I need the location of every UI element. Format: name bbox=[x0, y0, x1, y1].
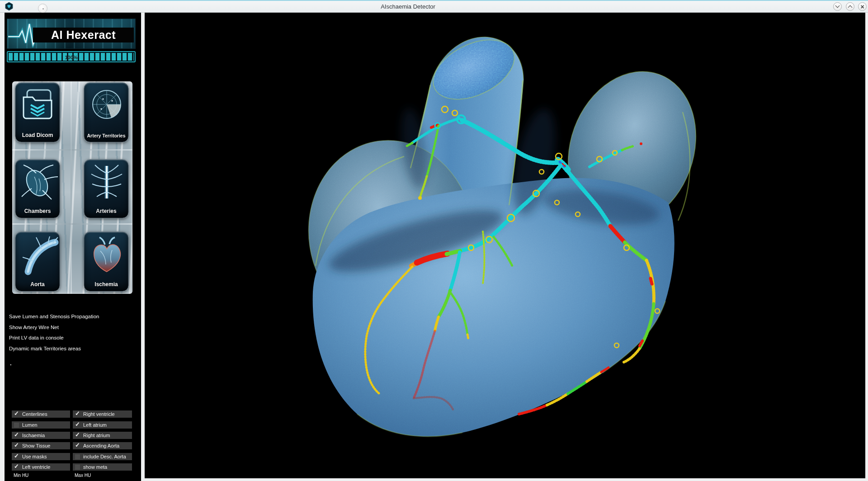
min-hu-label: Min HU bbox=[14, 473, 28, 478]
checkbox-box: ✓ bbox=[14, 412, 19, 417]
checkbox-box: ✓ bbox=[75, 423, 80, 428]
checkbox-label: Right atrium bbox=[83, 433, 110, 438]
titlebar-menu-button[interactable] bbox=[38, 4, 47, 13]
cross-icon: × bbox=[860, 4, 864, 10]
aorta-button[interactable]: Aorta bbox=[15, 231, 60, 292]
load-dicom-button[interactable]: Load Dicom bbox=[15, 82, 60, 142]
sidebar: AI Hexeract 100% Load Dicom bbox=[5, 13, 141, 481]
logo-text: AI Hexeract bbox=[51, 28, 116, 42]
app-window: AIschaemia Detector × AI Hexeract 100% bbox=[0, 0, 868, 481]
window-title: AIschaemia Detector bbox=[344, 1, 472, 13]
checkbox-label: Left ventricle bbox=[22, 464, 50, 470]
check-icon: ✓ bbox=[75, 410, 80, 417]
progress-value: 100% bbox=[8, 53, 135, 62]
maximize-button[interactable] bbox=[846, 2, 854, 11]
progress-bar: 100% bbox=[7, 51, 136, 62]
tile-label: Ischemia bbox=[84, 281, 128, 288]
link-show-artery-wire-net[interactable]: Show Artery Wire Net bbox=[9, 325, 59, 330]
artery-territories-icon bbox=[85, 84, 128, 129]
checkbox-ascending-aorta[interactable]: ✓ Ascending Aorta bbox=[73, 442, 132, 449]
panel-seam bbox=[71, 81, 72, 294]
check-icon: ✓ bbox=[14, 410, 19, 417]
checkbox-label: Left atrium bbox=[83, 422, 107, 428]
chambers-icon bbox=[16, 160, 60, 205]
app-icon bbox=[5, 2, 14, 11]
checkbox-label: Ischaemia bbox=[22, 433, 45, 438]
arteries-button[interactable]: Arteries bbox=[84, 159, 129, 218]
checkbox-box bbox=[75, 454, 80, 459]
tile-label: Artery Territories bbox=[84, 133, 128, 138]
heart-volume bbox=[297, 28, 717, 447]
panel-seam bbox=[12, 223, 132, 225]
check-icon: ✓ bbox=[14, 442, 19, 448]
chevron-up-icon bbox=[848, 5, 853, 10]
tile-label: Arteries bbox=[84, 208, 128, 214]
checkbox-label: Use masks bbox=[22, 454, 47, 459]
checkbox-left-atrium[interactable]: ✓ Left atrium bbox=[73, 421, 132, 429]
check-icon: ✓ bbox=[75, 442, 80, 448]
checkbox-label: Ascending Aorta bbox=[83, 443, 119, 448]
checkbox-label: Right ventricle bbox=[83, 411, 115, 417]
checkbox-show-meta[interactable]: show meta bbox=[73, 463, 132, 471]
checkbox-box: ✓ bbox=[14, 454, 19, 459]
checkbox-label: Centerlines bbox=[22, 411, 47, 417]
minimize-button[interactable] bbox=[833, 2, 842, 11]
checkbox-box: ✓ bbox=[14, 465, 19, 470]
checkbox-right-ventricle[interactable]: ✓ Right ventricle bbox=[73, 410, 132, 418]
heart-3d-render bbox=[145, 13, 865, 478]
dot-circle-icon bbox=[42, 8, 44, 9]
checkbox-use-masks[interactable]: ✓ Use masks bbox=[12, 453, 70, 460]
link-dynamic-mark-territories[interactable]: Dynamic mark Territories areas bbox=[9, 346, 81, 351]
artery-territories-button[interactable]: Artery Territories bbox=[84, 82, 129, 142]
link-print-lv-data[interactable]: Print LV data in console bbox=[9, 335, 64, 340]
panel-seam bbox=[12, 149, 132, 151]
checkbox-right-atrium[interactable]: ✓ Right atrium bbox=[73, 432, 132, 439]
check-icon: ✓ bbox=[14, 453, 19, 459]
tile-panel: Load Dicom Artery Territories bbox=[12, 81, 132, 294]
checkbox-label: Show Tissue bbox=[22, 443, 50, 448]
checkbox-show-tissue[interactable]: ✓ Show Tissue bbox=[12, 442, 70, 449]
check-icon: ✓ bbox=[14, 431, 19, 438]
checkbox-box: ✓ bbox=[75, 412, 80, 417]
checkbox-label: show meta bbox=[83, 464, 107, 470]
close-button[interactable]: × bbox=[858, 2, 867, 11]
window-border-bottom bbox=[145, 478, 865, 481]
checkbox-left-ventricle[interactable]: ✓ Left ventricle bbox=[12, 463, 70, 471]
check-icon: ✓ bbox=[75, 431, 80, 438]
checkbox-label: Lumen bbox=[22, 422, 38, 428]
checkbox-ischaemia[interactable]: ✓ Ischaemia bbox=[12, 432, 70, 439]
titlebar: AIschaemia Detector × bbox=[0, 0, 868, 13]
link-save-lumen-stenosis[interactable]: Save Lumen and Stenosis Propagation bbox=[9, 314, 99, 319]
checkbox-lumen[interactable]: Lumen bbox=[12, 421, 70, 429]
tile-label: Aorta bbox=[15, 281, 60, 288]
tile-label: Chambers bbox=[15, 208, 60, 214]
checkbox-centerlines[interactable]: ✓ Centerlines bbox=[12, 410, 70, 418]
chevron-down-icon bbox=[835, 4, 840, 8]
checkbox-box bbox=[75, 465, 80, 470]
checkbox-box bbox=[14, 423, 19, 428]
render-viewport[interactable] bbox=[145, 13, 865, 478]
checkbox-include-desc-aorta[interactable]: include Desc. Aorta bbox=[73, 453, 132, 460]
aorta-icon bbox=[16, 233, 60, 278]
checkbox-box: ✓ bbox=[14, 443, 19, 448]
ischemia-button[interactable]: Ischemia bbox=[84, 231, 129, 292]
window-border-right bbox=[865, 13, 868, 481]
window-border-left bbox=[0, 13, 5, 481]
check-icon: ✓ bbox=[75, 421, 80, 428]
checkbox-box: ✓ bbox=[75, 433, 80, 438]
checkbox-box: ✓ bbox=[14, 433, 19, 438]
checkbox-label: include Desc. Aorta bbox=[83, 454, 126, 459]
chambers-button[interactable]: Chambers bbox=[15, 159, 60, 218]
check-icon: ✓ bbox=[14, 463, 19, 470]
arteries-icon bbox=[85, 160, 128, 205]
dot-item[interactable]: . bbox=[10, 360, 12, 367]
panel-separator bbox=[141, 13, 145, 481]
logo-text-band: AI Hexeract bbox=[33, 28, 134, 42]
max-hu-label: Max HU bbox=[75, 473, 91, 478]
logo-banner: AI Hexeract bbox=[7, 19, 136, 49]
ischemia-icon bbox=[85, 233, 128, 278]
load-dicom-icon bbox=[16, 84, 60, 129]
tile-label: Load Dicom bbox=[15, 132, 60, 138]
checkbox-box: ✓ bbox=[75, 443, 80, 448]
